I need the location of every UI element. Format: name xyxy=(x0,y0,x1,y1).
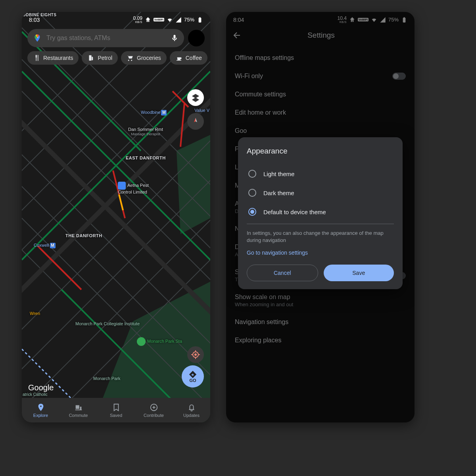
phone-maps: ODBINE EIGHTS WoodbineM Value V Dan Somm… xyxy=(22,12,210,422)
area-east-danforth: EAST DANFORTH xyxy=(126,155,166,161)
poi-dan-sommer[interactable]: Dan Sommer RmtMassage therapist xyxy=(128,127,163,136)
cart-icon xyxy=(127,54,134,61)
chip-label: Groceries xyxy=(137,55,161,61)
station-label: Coxwell xyxy=(34,243,49,248)
option-label: Dark theme xyxy=(263,190,294,196)
chip-label: Petrol xyxy=(98,55,112,61)
nav-label: Updates xyxy=(183,413,200,418)
option-label: Light theme xyxy=(263,171,294,177)
radio-device-theme[interactable]: Default to device theme xyxy=(247,202,394,221)
area-the-danforth: THE DANFORTH xyxy=(65,233,102,238)
signal-icon xyxy=(175,17,182,23)
station-coxwell[interactable]: CoxwellM xyxy=(34,243,56,248)
bell-icon xyxy=(187,403,196,412)
poi-sublabel: Massage therapist xyxy=(128,132,163,136)
gas-icon xyxy=(87,54,94,61)
save-button[interactable]: Save xyxy=(324,265,394,281)
google-maps-icon xyxy=(33,34,42,42)
data-speed: 0.09KB/S xyxy=(133,16,142,23)
restaurant-icon xyxy=(33,54,40,61)
park-icon xyxy=(137,337,146,346)
layers-button[interactable] xyxy=(187,89,204,106)
svg-rect-34 xyxy=(200,17,201,18)
bookmark-icon xyxy=(112,403,121,412)
svg-rect-33 xyxy=(199,17,202,22)
radio-icon xyxy=(248,170,256,178)
go-label: GO xyxy=(189,378,196,383)
google-watermark: Google xyxy=(28,383,54,392)
poi-monarch-institute[interactable]: Monarch Park Collegiate Institute xyxy=(75,321,140,326)
commute-icon xyxy=(74,403,83,412)
layers-icon xyxy=(191,93,200,102)
category-chips: Restaurants Petrol Groceries Coffee xyxy=(22,51,210,65)
status-bar: 8:03 0.09KB/S VoWiFi 75% xyxy=(22,12,210,25)
battery-icon xyxy=(197,17,203,23)
nav-label: Contribute xyxy=(144,413,164,418)
coffee-icon xyxy=(175,54,182,61)
battery-percent: 75% xyxy=(184,17,194,23)
radio-dark-theme[interactable]: Dark theme xyxy=(247,183,394,202)
divider xyxy=(247,224,394,224)
chip-groceries[interactable]: Groceries xyxy=(121,51,167,65)
wifi-icon xyxy=(167,17,173,23)
poi-aetna[interactable]: Aetna Pest Control Limited xyxy=(118,182,149,195)
nav-label: Commute xyxy=(69,413,88,418)
phone-settings: 8:04 10.4KB/S VoWiFi 75% Settings Offlin… xyxy=(226,12,415,422)
chip-label: Coffee xyxy=(186,55,202,61)
nav-label: Explore xyxy=(33,413,48,418)
clock: 8:03 xyxy=(29,17,40,23)
shopping-icon xyxy=(118,182,126,190)
directions-icon xyxy=(188,370,197,379)
poi-label: Dan Sommer Rmt xyxy=(128,127,163,132)
navigation-settings-link[interactable]: Go to navigation settings xyxy=(247,250,394,256)
nav-updates[interactable]: Updates xyxy=(173,398,210,422)
map-canvas[interactable] xyxy=(22,12,210,422)
dialog-title: Appearance xyxy=(247,147,394,155)
compass-button[interactable] xyxy=(187,113,204,130)
key-icon xyxy=(145,17,151,23)
radio-icon xyxy=(248,189,256,197)
bottom-nav: Explore Commute Saved Contribute Updates xyxy=(22,398,210,422)
nav-commute[interactable]: Commute xyxy=(60,398,97,422)
svg-marker-36 xyxy=(194,118,196,122)
pin-icon xyxy=(36,403,45,412)
radio-light-theme[interactable]: Light theme xyxy=(247,164,394,183)
mic-icon[interactable] xyxy=(171,34,178,42)
go-button[interactable]: GO xyxy=(182,365,204,388)
chip-restaurants[interactable]: Restaurants xyxy=(27,51,79,65)
poi-label: Monarch Park Sta xyxy=(147,339,182,344)
poi-monarch-station[interactable]: Monarch Park Sta xyxy=(137,337,182,346)
chip-coffee[interactable]: Coffee xyxy=(170,51,207,65)
compass-icon xyxy=(191,117,200,126)
crosshair-icon xyxy=(191,350,200,359)
appearance-dialog: Appearance Light theme Dark theme Defaul… xyxy=(238,137,403,289)
chip-petrol[interactable]: Petrol xyxy=(82,51,118,65)
plus-circle-icon xyxy=(150,403,158,412)
dialog-info: In settings, you can also change the app… xyxy=(247,230,394,244)
poi-atrick: atrick Catholic xyxy=(23,392,48,397)
cancel-button[interactable]: Cancel xyxy=(247,265,318,281)
nav-saved[interactable]: Saved xyxy=(97,398,135,422)
chip-label: Restaurants xyxy=(43,55,73,61)
metro-icon: M xyxy=(161,110,167,115)
nav-explore[interactable]: Explore xyxy=(22,398,60,422)
profile-avatar[interactable] xyxy=(188,30,205,46)
poi-monarch-park[interactable]: Monarch Park xyxy=(93,376,120,381)
svg-point-39 xyxy=(195,354,196,355)
nav-contribute[interactable]: Contribute xyxy=(135,398,173,422)
search-input[interactable] xyxy=(46,35,166,42)
nav-label: Saved xyxy=(110,413,122,418)
svg-marker-37 xyxy=(196,118,197,122)
metro-icon: M xyxy=(50,243,56,248)
search-bar[interactable] xyxy=(27,29,184,47)
option-label: Default to device theme xyxy=(263,209,326,215)
station-label: Woodbine xyxy=(141,110,160,115)
locate-button[interactable] xyxy=(187,346,204,363)
poi-wren[interactable]: Wren xyxy=(30,311,40,316)
station-woodbine[interactable]: WoodbineM xyxy=(141,110,167,115)
radio-icon xyxy=(248,208,256,216)
poi-valuev[interactable]: Value V xyxy=(194,108,209,113)
vowifi-icon: VoWiFi xyxy=(154,18,164,21)
